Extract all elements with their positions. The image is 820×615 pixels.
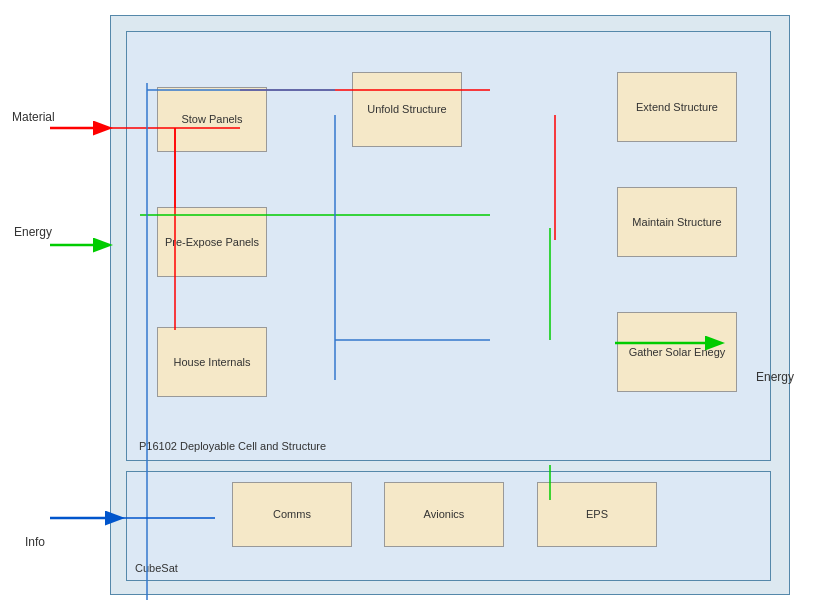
maintain-structure-box: Maintain Structure bbox=[617, 187, 737, 257]
stow-panels-box: Stow Panels bbox=[157, 87, 267, 152]
comms-box: Comms bbox=[232, 482, 352, 547]
inner-bottom-section: Comms Avionics EPS CubeSat bbox=[126, 471, 771, 581]
extend-structure-box: Extend Structure bbox=[617, 72, 737, 142]
gather-solar-box: Gather Solar Enegy bbox=[617, 312, 737, 392]
house-internals-box: House Internals bbox=[157, 327, 267, 397]
material-label: Material bbox=[12, 110, 55, 124]
cubesat-label: CubeSat bbox=[135, 562, 178, 574]
avionics-box: Avionics bbox=[384, 482, 504, 547]
energy-out-label: Energy bbox=[756, 370, 794, 384]
outer-container: Stow Panels Unfold Structure Extend Stru… bbox=[110, 15, 790, 595]
pre-expose-panels-box: Pre-Expose Panels bbox=[157, 207, 267, 277]
eps-box: EPS bbox=[537, 482, 657, 547]
inner-top-section: Stow Panels Unfold Structure Extend Stru… bbox=[126, 31, 771, 461]
unfold-structure-box: Unfold Structure bbox=[352, 72, 462, 147]
info-label: Info bbox=[25, 535, 45, 549]
inner-top-label: P16102 Deployable Cell and Structure bbox=[139, 440, 326, 452]
energy-in-label: Energy bbox=[14, 225, 52, 239]
